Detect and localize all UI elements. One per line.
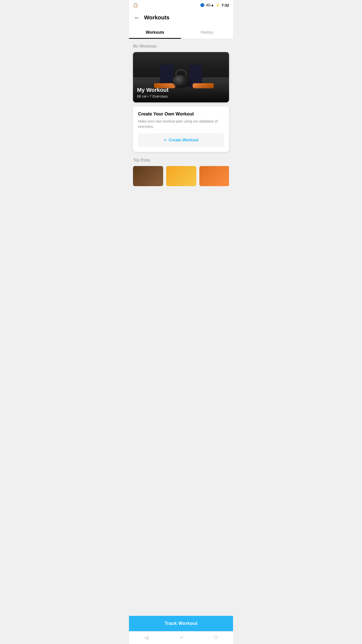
nav-recents-icon: □ [214,634,217,640]
track-button-container: Track Workout ◁ ○ □ [129,616,233,644]
signal-icon: 4G▲ [206,3,214,7]
track-workout-button[interactable]: Track Workout [129,616,233,631]
workout-card[interactable]: My Workout 68 cal • 7 Exercises [133,52,229,102]
battery-icon: ⚡ [216,3,220,7]
top-pick-item-3[interactable] [199,166,229,186]
workout-name: My Workout [137,87,225,93]
status-right: 🔵 4G▲ ⚡ 7:32 [200,3,229,7]
page-title: Workouts [144,14,169,21]
bottom-nav: ◁ ○ □ [129,631,233,644]
top-picks-scroll [133,166,229,188]
status-bar: 📋 🔵 4G▲ ⚡ 7:32 [129,0,233,10]
workout-image: My Workout 68 cal • 7 Exercises [133,52,229,102]
tab-history[interactable]: History [181,26,233,39]
header: ← Workouts [129,10,233,26]
nav-home[interactable]: ○ [176,633,187,642]
create-workout-title: Create Your Own Workout [138,111,224,117]
top-pick-item-1[interactable] [133,166,163,186]
bluetooth-icon: 🔵 [200,3,204,7]
tab-workouts[interactable]: Workouts [129,26,181,39]
nav-home-icon: ○ [180,634,183,640]
status-left: 📋 [133,3,138,8]
create-workout-description: Make your own workout plan using our dat… [138,119,224,129]
top-pick-item-2[interactable] [166,166,196,186]
workout-info: My Workout 68 cal • 7 Exercises [133,83,229,102]
nav-back[interactable]: ◁ [141,633,152,642]
main-content: My Workouts My Workout 68 cal • 7 Exerci… [129,39,233,213]
nav-recents[interactable]: □ [210,633,221,642]
spacer [133,188,229,208]
my-workouts-section-title: My Workouts [133,44,229,49]
create-workout-button-label: Create Workout [169,138,199,142]
create-workout-card: Create Your Own Workout Make your own wo… [133,106,229,152]
plus-icon: + [163,137,167,143]
time-display: 7:32 [221,3,229,7]
tab-bar: Workouts History [129,26,233,39]
workout-meta: 68 cal • 7 Exercises [137,94,225,98]
nav-back-icon: ◁ [145,634,148,640]
back-button[interactable]: ← [133,13,141,22]
create-workout-button[interactable]: + Create Workout [138,133,224,147]
top-picks-section-title: Top Picks [133,158,229,163]
clipboard-icon: 📋 [133,3,138,8]
